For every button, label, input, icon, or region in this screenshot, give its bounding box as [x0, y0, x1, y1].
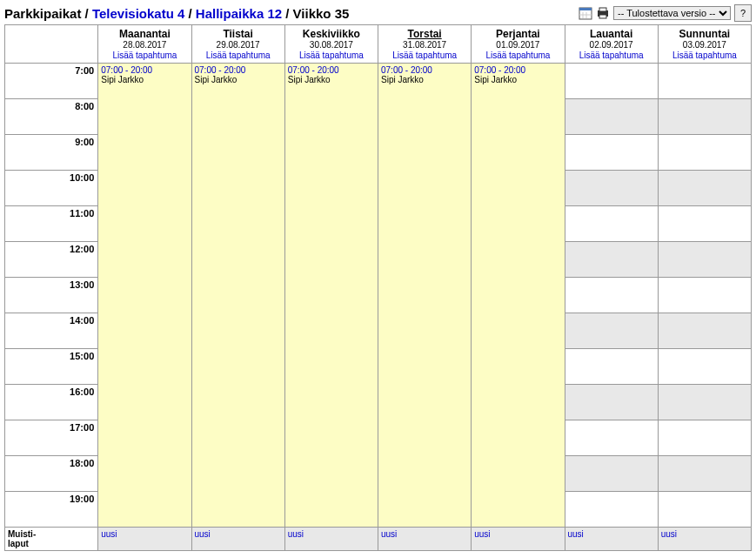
time-label: 10:00 [5, 171, 98, 206]
svg-rect-6 [599, 8, 606, 11]
add-event-link[interactable]: Lisää tapahtuma [299, 50, 364, 60]
empty-slot[interactable] [658, 278, 751, 313]
memo-new-link[interactable]: uusi [195, 529, 211, 539]
day-header: Sunnuntai03.09.2017Lisää tapahtuma [658, 25, 751, 64]
time-label: 11:00 [5, 206, 98, 242]
breadcrumb-link-1[interactable]: Televisiokatu 4 [92, 6, 184, 21]
day-date: 31.08.2017 [380, 40, 469, 50]
day-date: 30.08.2017 [287, 40, 376, 50]
time-label: 16:00 [5, 385, 98, 420]
empty-slot[interactable] [565, 385, 658, 420]
memo-label: Muisti-laput [5, 528, 98, 551]
svg-rect-7 [599, 15, 606, 18]
day-date: 28.08.2017 [100, 40, 189, 50]
empty-slot[interactable] [565, 242, 658, 278]
day-name: Lauantai [567, 28, 656, 40]
empty-slot[interactable] [658, 313, 751, 349]
day-header: Torstai31.08.2017Lisää tapahtuma [378, 25, 472, 64]
memo-cell: uusi [98, 528, 191, 551]
event-time: 07:00 - 20:00 [381, 65, 468, 75]
add-event-link[interactable]: Lisää tapahtuma [579, 50, 644, 60]
time-label: 9:00 [5, 135, 98, 171]
breadcrumb-root: Parkkipaikat [4, 6, 81, 21]
memo-cell: uusi [284, 528, 378, 551]
day-name: Keskiviikko [287, 28, 376, 40]
day-date: 03.09.2017 [660, 40, 749, 50]
empty-slot[interactable] [658, 64, 751, 99]
day-name: Maanantai [100, 28, 189, 40]
add-event-link[interactable]: Lisää tapahtuma [672, 50, 737, 60]
event-text: Sipi Jarkko [195, 75, 282, 84]
calendar-icon[interactable] [579, 6, 592, 20]
day-date: 01.09.2017 [473, 40, 562, 50]
memo-new-link[interactable]: uusi [474, 529, 490, 539]
empty-slot[interactable] [565, 206, 658, 242]
memo-cell: uusi [378, 528, 472, 551]
add-event-link[interactable]: Lisää tapahtuma [206, 50, 271, 60]
day-name: Tiistai [194, 28, 283, 40]
empty-slot[interactable] [658, 492, 751, 528]
memo-new-link[interactable]: uusi [288, 529, 304, 539]
memo-cell: uusi [658, 528, 751, 551]
print-version-select[interactable]: -- Tulostettava versio -- [613, 6, 731, 20]
event-block[interactable]: 07:00 - 20:00Sipi Jarkko [191, 64, 284, 528]
empty-slot[interactable] [658, 171, 751, 206]
day-header: Maanantai28.08.2017Lisää tapahtuma [98, 25, 191, 64]
add-event-link[interactable]: Lisää tapahtuma [485, 50, 550, 60]
add-event-link[interactable]: Lisää tapahtuma [392, 50, 457, 60]
day-date: 02.09.2017 [567, 40, 656, 50]
help-button[interactable]: ? [734, 4, 752, 22]
event-time: 07:00 - 20:00 [195, 65, 282, 75]
corner-cell [5, 25, 98, 64]
empty-slot[interactable] [658, 456, 751, 492]
event-text: Sipi Jarkko [288, 75, 375, 84]
empty-slot[interactable] [658, 385, 751, 420]
empty-slot[interactable] [565, 135, 658, 171]
event-text: Sipi Jarkko [381, 75, 468, 84]
event-block[interactable]: 07:00 - 20:00Sipi Jarkko [472, 64, 565, 528]
print-icon[interactable] [596, 6, 610, 20]
day-name: Torstai [380, 28, 469, 40]
empty-slot[interactable] [658, 242, 751, 278]
time-label: 17:00 [5, 420, 98, 456]
event-time: 07:00 - 20:00 [474, 65, 561, 75]
time-label: 14:00 [5, 313, 98, 349]
empty-slot[interactable] [658, 349, 751, 385]
empty-slot[interactable] [565, 313, 658, 349]
empty-slot[interactable] [658, 420, 751, 456]
time-label: 7:00 [5, 64, 98, 99]
memo-new-link[interactable]: uusi [101, 529, 117, 539]
day-header: Lauantai02.09.2017Lisää tapahtuma [565, 25, 658, 64]
empty-slot[interactable] [658, 206, 751, 242]
empty-slot[interactable] [658, 135, 751, 171]
event-block[interactable]: 07:00 - 20:00Sipi Jarkko [378, 64, 472, 528]
empty-slot[interactable] [565, 278, 658, 313]
empty-slot[interactable] [658, 99, 751, 135]
time-label: 8:00 [5, 99, 98, 135]
svg-rect-1 [579, 8, 592, 10]
empty-slot[interactable] [565, 64, 658, 99]
day-header: Keskiviikko30.08.2017Lisää tapahtuma [284, 25, 378, 64]
time-label: 13:00 [5, 278, 98, 313]
event-text: Sipi Jarkko [474, 75, 561, 84]
empty-slot[interactable] [565, 349, 658, 385]
empty-slot[interactable] [565, 492, 658, 528]
memo-new-link[interactable]: uusi [661, 529, 677, 539]
empty-slot[interactable] [565, 99, 658, 135]
memo-new-link[interactable]: uusi [381, 529, 397, 539]
empty-slot[interactable] [565, 171, 658, 206]
event-block[interactable]: 07:00 - 20:00Sipi Jarkko [98, 64, 191, 528]
day-header: Tiistai29.08.2017Lisää tapahtuma [191, 25, 284, 64]
event-block[interactable]: 07:00 - 20:00Sipi Jarkko [284, 64, 378, 528]
empty-slot[interactable] [565, 456, 658, 492]
memo-new-link[interactable]: uusi [568, 529, 584, 539]
add-event-link[interactable]: Lisää tapahtuma [112, 50, 177, 60]
memo-cell: uusi [472, 528, 565, 551]
breadcrumb-link-2[interactable]: Hallipaikka 12 [196, 6, 282, 21]
empty-slot[interactable] [565, 420, 658, 456]
day-name: Sunnuntai [660, 28, 749, 40]
schedule-table: Maanantai28.08.2017Lisää tapahtumaTiista… [4, 24, 752, 551]
memo-cell: uusi [565, 528, 658, 551]
memo-cell: uusi [191, 528, 284, 551]
time-label: 18:00 [5, 456, 98, 492]
